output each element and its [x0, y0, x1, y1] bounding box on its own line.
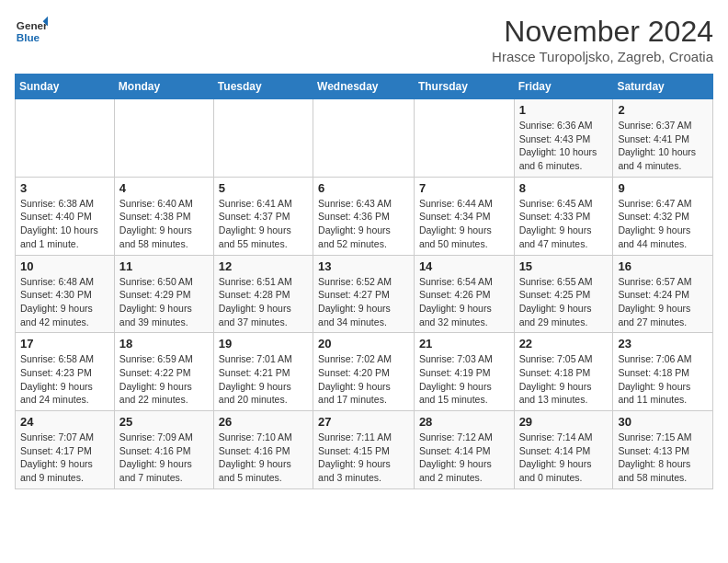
logo: General Blue: [15, 15, 48, 48]
calendar-cell: [414, 99, 514, 178]
page-header: General Blue November 2024 Hrasce Turopo…: [15, 15, 713, 64]
day-number: 2: [618, 103, 708, 117]
day-header-thursday: Thursday: [414, 75, 514, 99]
day-info: Sunrise: 6:43 AM Sunset: 4:36 PM Dayligh…: [318, 197, 409, 251]
day-number: 8: [519, 181, 609, 195]
day-number: 9: [618, 181, 708, 195]
day-number: 7: [419, 181, 509, 195]
calendar-cell: 15Sunrise: 6:55 AM Sunset: 4:25 PM Dayli…: [514, 255, 613, 333]
day-info: Sunrise: 7:12 AM Sunset: 4:14 PM Dayligh…: [419, 431, 509, 485]
day-info: Sunrise: 7:14 AM Sunset: 4:14 PM Dayligh…: [519, 431, 609, 485]
day-info: Sunrise: 6:58 AM Sunset: 4:23 PM Dayligh…: [20, 352, 109, 407]
day-number: 6: [318, 181, 409, 195]
day-info: Sunrise: 6:41 AM Sunset: 4:37 PM Dayligh…: [219, 197, 308, 251]
title-block: November 2024 Hrasce Turopoljsko, Zagreb…: [492, 15, 713, 64]
day-info: Sunrise: 6:45 AM Sunset: 4:33 PM Dayligh…: [519, 197, 609, 251]
calendar-cell: 20Sunrise: 7:02 AM Sunset: 4:20 PM Dayli…: [313, 333, 415, 411]
calendar-cell: 10Sunrise: 6:48 AM Sunset: 4:30 PM Dayli…: [16, 255, 115, 333]
day-number: 4: [119, 181, 209, 195]
day-number: 24: [20, 415, 109, 429]
calendar-cell: 4Sunrise: 6:40 AM Sunset: 4:38 PM Daylig…: [114, 177, 213, 255]
day-number: 5: [219, 181, 308, 195]
day-info: Sunrise: 6:40 AM Sunset: 4:38 PM Dayligh…: [119, 197, 209, 251]
day-number: 18: [119, 337, 209, 350]
calendar-cell: 21Sunrise: 7:03 AM Sunset: 4:19 PM Dayli…: [414, 333, 514, 411]
logo-icon: General Blue: [15, 15, 48, 48]
calendar-cell: 13Sunrise: 6:52 AM Sunset: 4:27 PM Dayli…: [313, 255, 415, 333]
day-number: 20: [318, 337, 409, 350]
day-info: Sunrise: 7:05 AM Sunset: 4:18 PM Dayligh…: [519, 352, 609, 407]
day-info: Sunrise: 7:01 AM Sunset: 4:21 PM Dayligh…: [219, 352, 308, 407]
calendar-cell: 23Sunrise: 7:06 AM Sunset: 4:18 PM Dayli…: [613, 333, 713, 411]
calendar-cell: 19Sunrise: 7:01 AM Sunset: 4:21 PM Dayli…: [213, 333, 313, 411]
calendar-cell: 30Sunrise: 7:15 AM Sunset: 4:13 PM Dayli…: [613, 411, 713, 489]
day-info: Sunrise: 7:02 AM Sunset: 4:20 PM Dayligh…: [318, 352, 409, 407]
calendar-cell: 16Sunrise: 6:57 AM Sunset: 4:24 PM Dayli…: [613, 255, 713, 333]
day-info: Sunrise: 7:15 AM Sunset: 4:13 PM Dayligh…: [618, 431, 708, 485]
calendar-cell: 26Sunrise: 7:10 AM Sunset: 4:16 PM Dayli…: [213, 411, 313, 489]
day-header-friday: Friday: [514, 75, 613, 99]
calendar-cell: 28Sunrise: 7:12 AM Sunset: 4:14 PM Dayli…: [414, 411, 514, 489]
calendar-cell: 22Sunrise: 7:05 AM Sunset: 4:18 PM Dayli…: [514, 333, 613, 411]
calendar-cell: 1Sunrise: 6:36 AM Sunset: 4:43 PM Daylig…: [514, 99, 613, 178]
day-number: 10: [20, 259, 109, 273]
calendar-cell: 17Sunrise: 6:58 AM Sunset: 4:23 PM Dayli…: [16, 333, 115, 411]
calendar-cell: 7Sunrise: 6:44 AM Sunset: 4:34 PM Daylig…: [414, 177, 514, 255]
day-number: 26: [219, 415, 308, 429]
day-info: Sunrise: 6:59 AM Sunset: 4:22 PM Dayligh…: [119, 352, 209, 407]
day-header-tuesday: Tuesday: [213, 75, 313, 99]
calendar-cell: 25Sunrise: 7:09 AM Sunset: 4:16 PM Dayli…: [114, 411, 213, 489]
calendar-cell: 12Sunrise: 6:51 AM Sunset: 4:28 PM Dayli…: [213, 255, 313, 333]
day-info: Sunrise: 6:37 AM Sunset: 4:41 PM Dayligh…: [618, 119, 708, 173]
day-number: 16: [618, 259, 708, 273]
day-number: 25: [119, 415, 209, 429]
day-info: Sunrise: 6:38 AM Sunset: 4:40 PM Dayligh…: [20, 197, 109, 251]
day-number: 28: [419, 415, 509, 429]
day-number: 21: [419, 337, 509, 350]
calendar-cell: 8Sunrise: 6:45 AM Sunset: 4:33 PM Daylig…: [514, 177, 613, 255]
day-number: 13: [318, 259, 409, 273]
day-info: Sunrise: 6:55 AM Sunset: 4:25 PM Dayligh…: [519, 275, 609, 329]
calendar-cell: 2Sunrise: 6:37 AM Sunset: 4:41 PM Daylig…: [613, 99, 713, 178]
calendar-cell: 6Sunrise: 6:43 AM Sunset: 4:36 PM Daylig…: [313, 177, 415, 255]
calendar-cell: 29Sunrise: 7:14 AM Sunset: 4:14 PM Dayli…: [514, 411, 613, 489]
day-number: 23: [618, 337, 708, 350]
calendar-cell: 9Sunrise: 6:47 AM Sunset: 4:32 PM Daylig…: [613, 177, 713, 255]
day-info: Sunrise: 7:10 AM Sunset: 4:16 PM Dayligh…: [219, 431, 308, 485]
calendar-cell: [16, 99, 115, 178]
day-number: 1: [519, 103, 609, 117]
day-info: Sunrise: 6:44 AM Sunset: 4:34 PM Dayligh…: [419, 197, 509, 251]
calendar-cell: 3Sunrise: 6:38 AM Sunset: 4:40 PM Daylig…: [16, 177, 115, 255]
svg-text:Blue: Blue: [17, 31, 40, 43]
day-number: 14: [419, 259, 509, 273]
calendar-cell: 27Sunrise: 7:11 AM Sunset: 4:15 PM Dayli…: [313, 411, 415, 489]
location-subtitle: Hrasce Turopoljsko, Zagreb, Croatia: [492, 49, 713, 64]
day-info: Sunrise: 7:06 AM Sunset: 4:18 PM Dayligh…: [618, 352, 708, 407]
day-info: Sunrise: 6:50 AM Sunset: 4:29 PM Dayligh…: [119, 275, 209, 329]
day-info: Sunrise: 7:07 AM Sunset: 4:17 PM Dayligh…: [20, 431, 109, 485]
day-number: 17: [20, 337, 109, 350]
day-info: Sunrise: 6:36 AM Sunset: 4:43 PM Dayligh…: [519, 119, 609, 173]
day-number: 29: [519, 415, 609, 429]
day-number: 15: [519, 259, 609, 273]
calendar-cell: 24Sunrise: 7:07 AM Sunset: 4:17 PM Dayli…: [16, 411, 115, 489]
day-number: 3: [20, 181, 109, 195]
day-info: Sunrise: 6:52 AM Sunset: 4:27 PM Dayligh…: [318, 275, 409, 329]
day-number: 27: [318, 415, 409, 429]
calendar-cell: [213, 99, 313, 178]
calendar-cell: 14Sunrise: 6:54 AM Sunset: 4:26 PM Dayli…: [414, 255, 514, 333]
calendar-cell: 18Sunrise: 6:59 AM Sunset: 4:22 PM Dayli…: [114, 333, 213, 411]
day-number: 12: [219, 259, 308, 273]
day-info: Sunrise: 6:51 AM Sunset: 4:28 PM Dayligh…: [219, 275, 308, 329]
day-header-monday: Monday: [114, 75, 213, 99]
day-header-sunday: Sunday: [16, 75, 115, 99]
day-number: 11: [119, 259, 209, 273]
day-info: Sunrise: 7:11 AM Sunset: 4:15 PM Dayligh…: [318, 431, 409, 485]
day-number: 22: [519, 337, 609, 350]
month-title: November 2024: [492, 15, 713, 49]
day-header-wednesday: Wednesday: [313, 75, 415, 99]
calendar-table: SundayMondayTuesdayWednesdayThursdayFrid…: [15, 74, 713, 489]
day-info: Sunrise: 7:09 AM Sunset: 4:16 PM Dayligh…: [119, 431, 209, 485]
day-header-saturday: Saturday: [613, 75, 713, 99]
day-info: Sunrise: 7:03 AM Sunset: 4:19 PM Dayligh…: [419, 352, 509, 407]
